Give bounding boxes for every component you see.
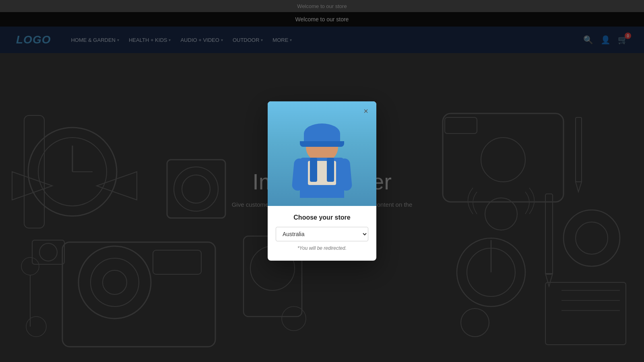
worker-cap-brim — [300, 141, 344, 147]
modal-title: Choose your store — [276, 214, 368, 221]
modal-body: Choose your store Australia United State… — [268, 206, 376, 261]
store-select[interactable]: Australia United States United Kingdom C… — [276, 227, 368, 241]
store-picker-modal: × — [268, 101, 376, 261]
worker-figure — [282, 109, 362, 206]
modal-illustration — [268, 101, 376, 206]
worker-cap — [304, 123, 340, 144]
modal-close-button[interactable]: × — [360, 105, 372, 117]
worker-button-right — [328, 175, 331, 178]
worker-strap-right — [327, 158, 334, 182]
modal-overlay[interactable]: × — [0, 0, 644, 362]
worker-strap-left — [310, 158, 317, 182]
worker-button-left — [313, 175, 316, 178]
modal-redirect-notice: *You will be redirected. — [276, 245, 368, 251]
